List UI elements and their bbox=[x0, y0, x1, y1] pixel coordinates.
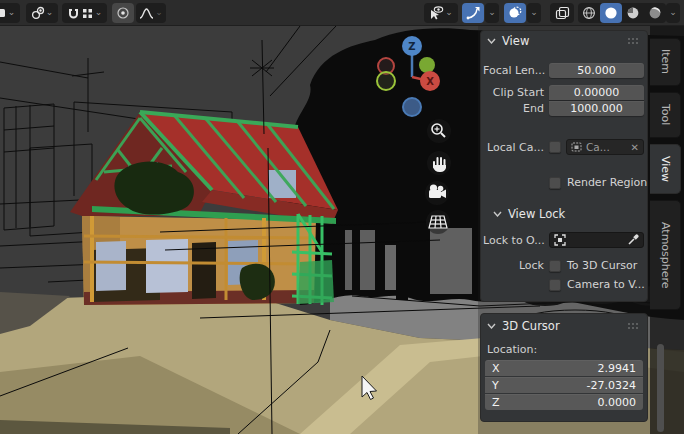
toggle-xray-button[interactable] bbox=[550, 3, 574, 23]
rendered-shading-icon bbox=[648, 6, 662, 20]
xray-icon bbox=[555, 6, 570, 20]
local-camera-checkbox[interactable] bbox=[549, 141, 561, 153]
proportional-editing-toggle[interactable] bbox=[112, 3, 134, 23]
tab-item[interactable]: Item bbox=[650, 38, 681, 86]
pivot-point-dropdown[interactable]: ⌄ bbox=[26, 3, 58, 23]
camera-view-button[interactable] bbox=[425, 181, 449, 205]
render-region-label: Render Region bbox=[567, 176, 647, 189]
cursor-z-field[interactable]: Z 0.0000 bbox=[485, 394, 643, 410]
location-label: Location: bbox=[481, 343, 647, 356]
svg-text:X: X bbox=[426, 76, 434, 87]
camera-data-icon bbox=[571, 142, 582, 152]
object-visibility-dropdown[interactable]: ⌄ bbox=[424, 3, 458, 23]
gizmo-icon bbox=[466, 6, 480, 20]
viewport-header: ⌄ ⌄ ⌄ bbox=[0, 0, 684, 26]
panel-title: View bbox=[502, 34, 627, 48]
collapse-chevron-icon bbox=[493, 211, 502, 217]
viewport-shading-group bbox=[578, 3, 666, 23]
panel-grip-icon[interactable] bbox=[627, 322, 641, 330]
proportional-falloff-dropdown[interactable]: ⌄ bbox=[136, 3, 166, 23]
sidebar-tabs-region: Item Tool View Atmosphere bbox=[650, 26, 684, 434]
shading-dropdown[interactable]: ⌄ bbox=[666, 3, 680, 23]
cursor-x-field[interactable]: X 2.9941 bbox=[485, 360, 643, 376]
focal-length-field[interactable]: 50.000 bbox=[549, 63, 644, 78]
panel-title: 3D Cursor bbox=[502, 319, 627, 333]
transform-orientation-dropdown[interactable]: ⌄ bbox=[0, 3, 20, 23]
camera-to-view-label: Camera to V... bbox=[567, 278, 645, 291]
clip-start-field[interactable]: 0.00000 bbox=[549, 85, 644, 100]
gizmo-axis-neg-z bbox=[403, 98, 421, 116]
proportional-editing-icon bbox=[116, 6, 130, 20]
collapse-chevron-icon bbox=[487, 323, 496, 329]
pan-button[interactable] bbox=[427, 151, 451, 175]
visibility-eye-cursor-icon bbox=[429, 6, 444, 20]
gizmos-dropdown[interactable]: ⌄ bbox=[485, 3, 499, 23]
toggle-perspective-button[interactable] bbox=[426, 210, 450, 234]
lock-to-object-field[interactable] bbox=[549, 232, 644, 248]
shading-rendered-button[interactable] bbox=[644, 3, 666, 23]
falloff-curve-icon bbox=[139, 7, 154, 20]
zoom-button[interactable] bbox=[427, 119, 451, 143]
cursor-location-fields: X 2.9941 Y -27.0324 Z 0.0000 bbox=[485, 360, 643, 410]
wireframe-icon bbox=[582, 6, 596, 20]
local-camera-field[interactable]: Ca... ✕ bbox=[566, 139, 644, 155]
camera-to-view-checkbox[interactable] bbox=[549, 279, 561, 291]
tab-tool[interactable]: Tool bbox=[650, 92, 681, 138]
scrollbar-thumb[interactable] bbox=[657, 344, 664, 432]
render-region-checkbox[interactable] bbox=[549, 177, 561, 189]
object-icon bbox=[554, 234, 566, 246]
gizmo-axis-neg-x bbox=[377, 72, 395, 90]
subpanel-title: View Lock bbox=[508, 207, 641, 221]
shading-material-button[interactable] bbox=[622, 3, 644, 23]
blender-window: X Z bbox=[0, 0, 684, 434]
tab-view[interactable]: View bbox=[650, 144, 681, 194]
shading-solid-button[interactable] bbox=[600, 3, 622, 23]
orientation-icon bbox=[0, 7, 7, 19]
eyedropper-icon[interactable] bbox=[627, 234, 639, 246]
sidebar-region: View Focal Len... 50.000 Clip Start 0.00… bbox=[478, 26, 650, 434]
snap-target-grid-icon bbox=[81, 7, 94, 20]
lock-to-object-label: Lock to O... bbox=[483, 234, 549, 247]
solid-shading-icon bbox=[604, 6, 618, 20]
view-panel: View Focal Len... 50.000 Clip Start 0.00… bbox=[480, 30, 648, 302]
snapping-controls[interactable]: ⌄ bbox=[62, 3, 107, 23]
overlays-icon bbox=[508, 6, 522, 20]
show-gizmos-toggle[interactable] bbox=[462, 3, 484, 23]
overlays-dropdown[interactable]: ⌄ bbox=[527, 3, 541, 23]
clip-end-label: End bbox=[483, 102, 549, 115]
shading-wireframe-button[interactable] bbox=[578, 3, 600, 23]
local-camera-label: Local Ca... bbox=[483, 141, 549, 154]
show-overlays-toggle[interactable] bbox=[504, 3, 526, 23]
snap-magnet-icon bbox=[67, 7, 80, 20]
to-3d-cursor-label: To 3D Cursor bbox=[567, 259, 637, 272]
clear-camera-icon[interactable]: ✕ bbox=[628, 142, 639, 153]
lock-label: Lock bbox=[483, 259, 549, 272]
clip-start-label: Clip Start bbox=[483, 86, 549, 99]
view-lock-subpanel-header[interactable]: View Lock bbox=[481, 204, 647, 224]
camera-name: Ca... bbox=[582, 141, 628, 153]
tab-atmosphere[interactable]: Atmosphere bbox=[650, 200, 681, 310]
focal-length-label: Focal Len... bbox=[483, 64, 549, 77]
material-preview-icon bbox=[626, 6, 640, 20]
cursor-y-field[interactable]: Y -27.0324 bbox=[485, 377, 643, 393]
clip-end-field[interactable]: 1000.000 bbox=[549, 101, 644, 116]
cursor-panel-header[interactable]: 3D Cursor bbox=[481, 314, 647, 334]
to-3d-cursor-checkbox[interactable] bbox=[549, 260, 561, 272]
cursor-panel: 3D Cursor Location: X 2.9941 Y -27.0324 … bbox=[480, 313, 648, 422]
gizmo-axis-y bbox=[419, 57, 435, 73]
pivot-point-icon bbox=[31, 6, 45, 20]
svg-text:Z: Z bbox=[408, 41, 415, 52]
view-panel-header[interactable]: View bbox=[481, 31, 647, 51]
panel-grip-icon[interactable] bbox=[627, 37, 641, 45]
collapse-chevron-icon bbox=[487, 38, 496, 44]
